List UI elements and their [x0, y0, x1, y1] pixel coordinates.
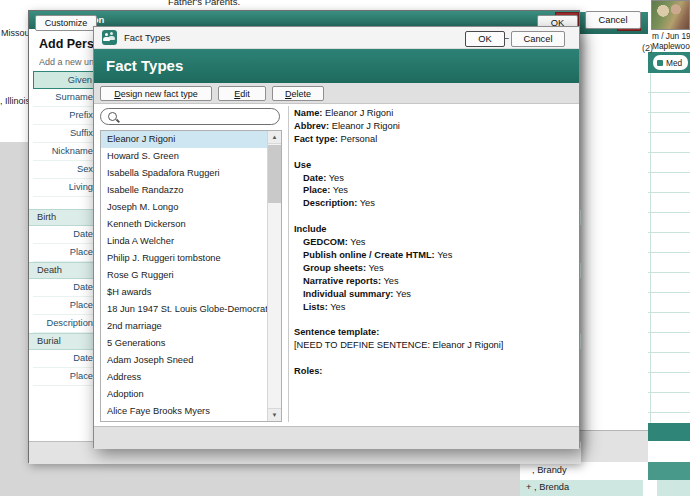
fact-type-item[interactable]: Adam Joseph Sneed: [101, 352, 267, 369]
scroll-up-button[interactable]: ▲: [268, 131, 281, 144]
fact-type-item[interactable]: Address: [101, 369, 267, 386]
dialog-heading: Fact Types: [106, 57, 183, 74]
scroll-down-button[interactable]: ▼: [268, 408, 281, 421]
fact-types-listbox: Eleanor J RigoniHoward S. GreenIsabella …: [100, 130, 282, 422]
detail-line: [294, 352, 576, 365]
detail-line: [294, 210, 576, 223]
detail-line: Roles:: [294, 365, 576, 378]
fact-type-item[interactable]: Kenneth Dickerson: [101, 216, 267, 233]
detail-line: GEDCOM: Yes: [294, 236, 576, 249]
edit-person-footer: [575, 430, 648, 462]
cancel-button[interactable]: Cancel: [585, 11, 641, 29]
media-count-badge: (2): [642, 43, 653, 53]
detail-line: [294, 314, 576, 327]
fact-type-item[interactable]: Howard S. Green: [101, 148, 267, 165]
relationship-label: Father's Parents.: [168, 0, 240, 7]
scrollbar-thumb[interactable]: [268, 145, 281, 203]
row-notch: [643, 480, 657, 496]
fact-type-item[interactable]: 5 Generations: [101, 335, 267, 352]
search-box[interactable]: [100, 108, 280, 125]
fact-type-item[interactable]: 2nd marriage: [101, 318, 267, 335]
detail-line: Group sheets: Yes: [294, 262, 576, 275]
dialog-header-band: Fact Types: [94, 49, 579, 83]
app-right-panel: m / Jun 1981 (age 34) Maplewood, Maplewo…: [645, 0, 690, 496]
fact-type-details: Name: Eleanor J RigoniAbbrev: Eleanor J …: [294, 107, 576, 378]
detail-line: Sentence template:: [294, 326, 576, 339]
table-grid: [645, 73, 690, 423]
fact-types-icon: [102, 30, 117, 45]
detail-line: Description: Yes: [294, 197, 576, 210]
detail-line: Use: [294, 159, 576, 172]
customize-button[interactable]: Customize: [35, 15, 97, 31]
toolbar-design-new-fact-type-button[interactable]: Design new fact type: [100, 86, 212, 101]
detail-line: [NEED TO DEFINE SENTENCE: Eleanor J Rigo…: [294, 339, 576, 352]
table-band: [645, 423, 690, 441]
fact-type-item[interactable]: Alice Faye Brooks Myers: [101, 403, 267, 420]
fact-type-item[interactable]: Linda A Welcher: [101, 233, 267, 250]
marriage-fact-text: m / Jun 1981 (age 34): [652, 31, 690, 41]
media-icon: [657, 60, 663, 66]
fact-type-item[interactable]: 18 Jun 1947 St. Louis Globe-Democrat: [101, 301, 267, 318]
place-fact-text: Maplewood, Maplewo: [652, 41, 690, 51]
detail-line: Abbrev: Eleanor J Rigoni: [294, 120, 576, 133]
search-input[interactable]: [123, 112, 279, 122]
fact-types-list: Eleanor J RigoniHoward S. GreenIsabella …: [101, 131, 267, 421]
cancel-button[interactable]: Cancel: [511, 31, 565, 47]
detail-line: Include: [294, 223, 576, 236]
photo-thumbnail[interactable]: [651, 0, 690, 30]
detail-line: [294, 146, 576, 159]
fact-type-item[interactable]: Joseph M. Longo: [101, 199, 267, 216]
fact-types-dialog: Fact Types – □ × Fact Types Design new f…: [93, 26, 580, 448]
detail-line: Place: Yes: [294, 184, 576, 197]
fact-type-item[interactable]: Adoption: [101, 386, 267, 403]
detail-line: Date: Yes: [294, 172, 576, 185]
detail-line: Publish online / Create HTML: Yes: [294, 249, 576, 262]
fact-type-item[interactable]: $H awards: [101, 284, 267, 301]
fact-types-toolbar: Design new fact typeEditDelete: [94, 83, 579, 104]
panel-divider: [288, 106, 289, 422]
app-left-column: Missou , Illinois,: [0, 12, 28, 142]
fact-type-item[interactable]: Isabelle Randazzo: [101, 182, 267, 199]
edit-person-window: × (2) Cancel: [575, 0, 648, 462]
fact-types-titlebar: Fact Types – □ ×: [94, 27, 579, 49]
toolbar-delete-button[interactable]: Delete: [272, 86, 324, 101]
detail-line: Narrative reports: Yes: [294, 275, 576, 288]
toolbar-edit-button[interactable]: Edit: [218, 86, 266, 101]
detail-line: Name: Eleanor J Rigoni: [294, 107, 576, 120]
search-icon: [107, 111, 119, 123]
person-row[interactable]: , Brandy: [520, 462, 690, 480]
dialog-footer: [94, 426, 579, 449]
media-button[interactable]: Med: [653, 55, 688, 70]
detail-line: Fact type: Personal: [294, 133, 576, 146]
fact-type-item[interactable]: Eleanor J Rigoni: [101, 131, 267, 148]
place-text: , Illinois,: [0, 96, 28, 106]
fact-type-item[interactable]: Isabella Spadafora Ruggeri: [101, 165, 267, 182]
fact-types-content: Eleanor J RigoniHoward S. GreenIsabella …: [94, 104, 579, 426]
ok-button[interactable]: OK: [465, 31, 505, 47]
detail-line: Lists: Yes: [294, 301, 576, 314]
person-row[interactable]: + , Brenda: [520, 480, 690, 496]
fact-type-item[interactable]: Philip J. Ruggeri tombstone: [101, 250, 267, 267]
fact-type-item[interactable]: Rose G Ruggeri: [101, 267, 267, 284]
window-title: Fact Types: [124, 32, 170, 43]
place-text: Missou: [1, 28, 28, 38]
row-color-block: [648, 462, 690, 480]
scrollbar[interactable]: ▲ ▼: [267, 131, 281, 421]
detail-line: Individual summary: Yes: [294, 288, 576, 301]
media-row-band: Med: [645, 52, 690, 73]
